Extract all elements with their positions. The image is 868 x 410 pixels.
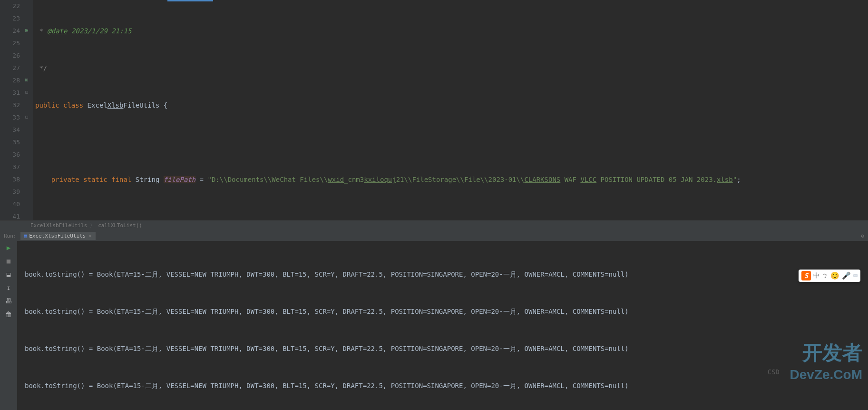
console-output[interactable]: book.toString() = Book(ETA=15-二月, VESSEL… <box>17 231 868 410</box>
line-number[interactable]: 23 <box>0 12 20 25</box>
mic-icon[interactable]: 🎤 <box>842 271 851 280</box>
fold-icon[interactable]: ⊟ <box>25 28 28 33</box>
sogou-icon[interactable]: S <box>801 271 811 280</box>
output-line: book.toString() = Book(ETA=15-二月, VESSEL… <box>25 305 868 318</box>
run-panel: ▶ ■ ⬓ ↧ 🖶 🗑 book.toString() = Book(ETA=1… <box>0 230 868 410</box>
string-underlined: kxiloquj <box>364 176 396 183</box>
line-number[interactable]: 40 <box>0 198 20 210</box>
code-content[interactable]: * @date 2023/1/29 21:15 */ public class … <box>33 0 868 220</box>
fold-icon[interactable]: ⊟ <box>25 90 28 95</box>
line-number[interactable]: 38 <box>0 173 20 186</box>
indent <box>35 176 51 183</box>
string-underlined: wxid <box>328 176 344 183</box>
line-number[interactable]: 33 <box>0 111 20 124</box>
string-literal: 21\\FileStorage\\File\\2023-01\\ <box>396 176 525 183</box>
fold-icon[interactable]: ⊟ <box>25 114 28 120</box>
output-line: book.toString() = Book(ETA=15-二月, VESSEL… <box>25 342 868 355</box>
print-icon[interactable]: 🖶 <box>4 297 13 305</box>
line-number[interactable]: 25 <box>0 37 20 50</box>
breadcrumb-method[interactable]: callXLToList() <box>96 222 144 229</box>
run-tab[interactable]: ▤ ExcelXlsbFileUtils × <box>20 232 96 240</box>
string-underlined: xlsb <box>717 176 733 183</box>
string-literal: " <box>733 176 737 183</box>
output-line: book.toString() = Book(ETA=15-二月, VESSEL… <box>25 380 868 392</box>
line-number[interactable]: 36 <box>0 149 20 161</box>
breadcrumb-class[interactable]: ExcelXlsbFileUtils <box>29 222 89 229</box>
line-number[interactable]: 31 <box>0 87 20 99</box>
stop-icon[interactable]: ■ <box>4 257 13 265</box>
type: String <box>136 176 164 183</box>
gutter-icon-area: ▶ ⊟ ▶ ⊞ ⊟ ⊟ <box>24 0 33 220</box>
run-config-icon: ▤ <box>24 233 28 239</box>
semicolon: ; <box>737 176 741 183</box>
clear-icon[interactable]: 🗑 <box>4 310 13 319</box>
string-literal: _cnm3 <box>344 176 364 183</box>
run-tab-name: ExcelXlsbFileUtils <box>29 233 86 239</box>
string-literal: WAF <box>560 176 580 183</box>
line-number[interactable]: 41 <box>0 210 20 223</box>
line-number[interactable]: 37 <box>0 161 20 173</box>
emoji-icon[interactable]: 😊 <box>830 271 839 280</box>
line-number[interactable]: 26 <box>0 50 20 62</box>
ime-lang-toggle[interactable]: 中 <box>813 271 819 280</box>
brace: { <box>164 101 167 109</box>
keyword: private static final <box>51 176 136 183</box>
ime-toolbar[interactable]: S 中 ㄅ 😊 🎤 ⌨ <box>799 270 860 282</box>
breadcrumb-separator-icon: 〉 <box>89 222 96 229</box>
line-number[interactable]: 39 <box>0 186 20 198</box>
rerun-icon[interactable]: ▶ <box>4 243 13 252</box>
keyboard-icon[interactable]: ⌨ <box>853 271 858 280</box>
run-panel-label: Run: <box>0 233 20 239</box>
line-number[interactable]: 28 <box>0 74 20 87</box>
keyword: class <box>63 101 88 109</box>
comment-text: * <box>35 27 47 35</box>
class-name-underlined: Xlsb <box>107 101 124 109</box>
class-name: FileUtils <box>123 101 163 109</box>
line-number[interactable]: 35 <box>0 136 20 149</box>
string-literal: POSITION UPDATED 05 JAN 2023. <box>596 176 717 183</box>
close-icon[interactable]: × <box>88 233 92 239</box>
comment-end: */ <box>35 64 47 72</box>
breadcrumb-bar: ExcelXlsbFileUtils 〉 callXLToList() <box>0 220 868 230</box>
keyword: public <box>35 101 63 109</box>
operator: = <box>195 176 207 183</box>
line-number[interactable]: 32 <box>0 99 20 111</box>
scroll-to-end-icon[interactable]: ↧ <box>4 283 13 292</box>
gear-icon[interactable]: ⚙ <box>861 233 868 239</box>
ime-punct-toggle[interactable]: ㄅ <box>822 271 828 280</box>
line-number[interactable]: 34 <box>0 124 20 136</box>
javadoc-date: 2023/1/29 21:15 <box>67 27 131 35</box>
output-line: book.toString() = Book(ETA=15-二月, VESSEL… <box>25 268 868 280</box>
line-number[interactable]: 24 <box>0 25 20 37</box>
javadoc-tag: @date <box>47 27 67 35</box>
layout-icon[interactable]: ⬓ <box>4 270 13 279</box>
string-underlined: VLCC <box>580 176 596 183</box>
string-underlined: CLARKSONS <box>524 176 560 183</box>
line-number-gutter[interactable]: 22 23 24 25 26 27 28 31 32 33 34 35 36 3… <box>0 0 24 220</box>
class-name: Excel <box>88 101 107 109</box>
field-name-highlighted: filePath <box>164 176 195 183</box>
run-panel-header: Run: ▤ ExcelXlsbFileUtils × ⚙ <box>0 230 868 241</box>
code-editor[interactable]: 22 23 24 25 26 27 28 31 32 33 34 35 36 3… <box>0 0 868 220</box>
line-number[interactable]: 22 <box>0 0 20 12</box>
string-literal: "D:\\Documents\\WeChat Files\\ <box>207 176 328 183</box>
run-toolbar: ▶ ■ ⬓ ↧ 🖶 🗑 <box>0 231 17 410</box>
line-number[interactable]: 27 <box>0 62 20 74</box>
active-tab-indicator <box>167 0 213 1</box>
fold-icon[interactable]: ⊞ <box>25 77 28 82</box>
